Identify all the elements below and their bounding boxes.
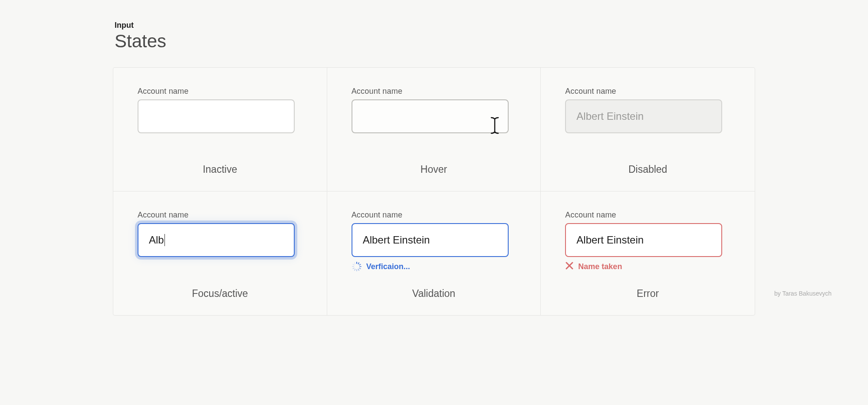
svg-rect-8 <box>354 269 355 271</box>
account-name-field[interactable] <box>149 100 283 132</box>
helper-text-validation: Verficaion... <box>352 261 516 272</box>
account-name-input-validation[interactable]: Albert Einstein <box>352 223 509 257</box>
state-caption: Focus/active <box>138 277 302 300</box>
validation-helper-text: Verficaion... <box>366 262 410 271</box>
header-title: States <box>115 31 755 52</box>
svg-rect-11 <box>352 264 355 266</box>
account-name-input-inactive[interactable] <box>138 99 295 133</box>
svg-rect-3 <box>358 264 361 266</box>
state-cell-disabled: Account name Albert Einstein Disabled <box>541 68 755 191</box>
state-cell-focus: Account name Alb Focus/active <box>113 191 327 315</box>
field-label: Account name <box>352 211 516 220</box>
svg-rect-10 <box>352 266 354 267</box>
state-caption: Inactive <box>138 153 302 175</box>
state-caption: Disabled <box>565 153 730 175</box>
svg-rect-9 <box>352 267 355 269</box>
state-cell-validation: Account name Albert Einstein <box>327 191 541 315</box>
field-label: Account name <box>352 87 516 96</box>
error-value: Albert Einstein <box>576 234 644 246</box>
field-label: Account name <box>138 211 302 220</box>
helper-text-error: Name taken <box>565 261 730 272</box>
svg-rect-4 <box>359 266 362 267</box>
svg-rect-2 <box>358 262 359 264</box>
x-icon <box>565 261 574 272</box>
error-helper-text: Name taken <box>578 262 622 271</box>
account-name-field[interactable] <box>363 100 497 132</box>
state-caption: Hover <box>352 153 516 175</box>
header-eyebrow: Input <box>115 21 755 30</box>
svg-rect-6 <box>358 269 359 271</box>
state-caption: Validation <box>352 277 516 300</box>
validation-value: Albert Einstein <box>363 234 430 246</box>
credit-text: by Taras Bakusevych <box>774 290 832 297</box>
account-name-input-disabled: Albert Einstein <box>565 99 722 133</box>
account-name-input-hover[interactable] <box>352 99 509 133</box>
account-name-input-focus[interactable]: Alb <box>138 223 295 257</box>
focus-value: Alb <box>149 224 165 256</box>
svg-rect-12 <box>354 262 355 264</box>
field-label: Account name <box>138 87 302 96</box>
svg-rect-7 <box>356 269 357 271</box>
disabled-value: Albert Einstein <box>576 110 644 122</box>
svg-rect-1 <box>356 262 357 264</box>
state-cell-hover: Account name Hover <box>327 68 541 191</box>
state-caption: Error <box>565 277 730 300</box>
state-cell-error: Account name Albert Einstein Name taken … <box>541 191 755 315</box>
spinner-icon <box>352 261 362 272</box>
page-header: Input States <box>113 21 755 52</box>
field-label: Account name <box>565 87 730 96</box>
account-name-input-error[interactable]: Albert Einstein <box>565 223 722 257</box>
svg-rect-5 <box>358 267 361 269</box>
state-cell-inactive: Account name Inactive <box>113 68 327 191</box>
states-grid: Account name Inactive Account name <box>113 67 755 316</box>
field-label: Account name <box>565 211 730 220</box>
